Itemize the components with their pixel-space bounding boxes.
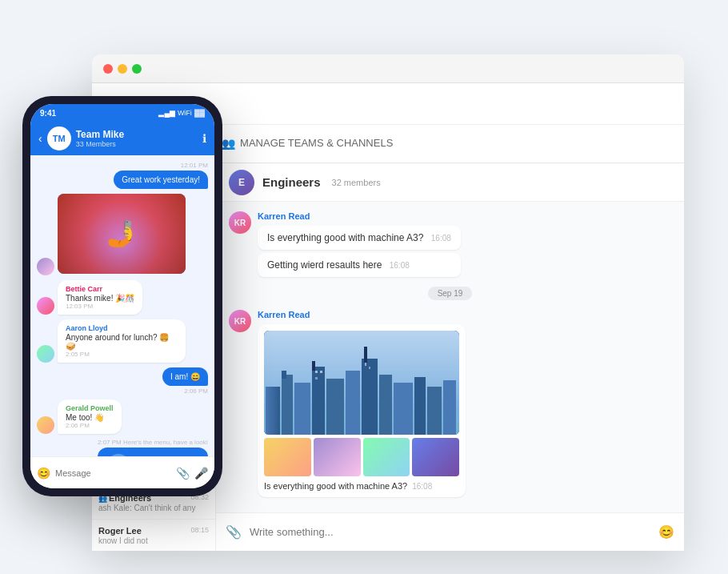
- phone-message-row-file: 2:07 PM Here's the menu, have a look! ⬇ …: [37, 439, 208, 456]
- phone-message-time: 12:03 PM: [66, 303, 134, 310]
- phone-avatar: TM: [47, 126, 71, 151]
- phone-message-row: 12:01 PM Great work yesterday!: [37, 162, 208, 189]
- browser-titlebar: [92, 54, 684, 83]
- phone-sender-name: Bettie Carr: [66, 285, 134, 293]
- message-input[interactable]: [250, 526, 650, 538]
- message-bubble-group: Karren Read: [258, 310, 466, 497]
- photo-thumb: [314, 438, 361, 476]
- message-bubble-group: Karren Read Is everything good with mach…: [258, 211, 461, 277]
- conversation-title: Engineers: [262, 175, 321, 189]
- date-divider-text: Sep 19: [428, 287, 473, 300]
- svg-rect-17: [315, 371, 318, 373]
- phone-message-time: 2:06 PM: [66, 422, 114, 429]
- phone-message-input[interactable]: [55, 468, 171, 478]
- group-photo-img: [58, 194, 186, 274]
- photo-thumb: [363, 438, 410, 476]
- message-sender: Karren Read: [258, 211, 461, 221]
- message-row-photo: KR Karren Read: [229, 310, 671, 497]
- conversation-avatar: E: [229, 170, 254, 195]
- mobile-phone: 9:41 ▂▄▆ WiFi ▓▓ ‹ TM Team Mike 33 Membe…: [22, 96, 222, 496]
- phone-message-avatar: [37, 416, 54, 434]
- photo-time: 16:08: [412, 482, 432, 491]
- phone-photo-bubble: [58, 194, 186, 275]
- chat-item-preview: ash Kale: Can't think of any: [98, 504, 209, 512]
- battery-icon: ▓▓: [194, 109, 205, 117]
- wifi-icon: WiFi: [178, 109, 192, 117]
- message-bubble: Getting wierd resaults here 16:08: [258, 253, 461, 277]
- minimize-button[interactable]: [118, 64, 127, 74]
- svg-rect-2: [266, 387, 280, 435]
- phone-messages: 12:01 PM Great work yesterday! Bettie Ca…: [30, 155, 214, 456]
- svg-rect-5: [294, 383, 310, 435]
- photo-message: Is everything good with machine A3? 16:0…: [258, 324, 466, 497]
- message-row: KR Karren Read Is everything good with m…: [229, 211, 671, 277]
- message-text: Getting wierd resaults here: [267, 259, 382, 271]
- photo-thumb: [264, 438, 311, 476]
- phone-message-group: 12:01 PM Great work yesterday!: [114, 162, 208, 189]
- message-time: 16:08: [431, 234, 451, 243]
- phone-bubble: Bettie Carr Thanks mike! 🎉🎊 12:03 PM: [58, 280, 142, 315]
- message-bubble: Is everything good with machine A3? 16:0…: [258, 226, 461, 250]
- back-button[interactable]: ‹: [38, 132, 42, 145]
- phone-chat-header: ‹ TM Team Mike 33 Members ℹ: [30, 122, 214, 155]
- svg-rect-7: [312, 361, 315, 371]
- conversation-members: 32 members: [332, 178, 381, 187]
- svg-rect-21: [369, 367, 370, 369]
- emoji-icon[interactable]: 😊: [658, 524, 674, 540]
- maximize-button[interactable]: [132, 64, 142, 74]
- svg-rect-3: [282, 375, 293, 435]
- svg-rect-19: [315, 377, 318, 379]
- phone-message-caption: 2:07 PM Here's the menu, have a look!: [98, 439, 208, 446]
- info-icon[interactable]: ℹ: [202, 132, 206, 145]
- phone-bubble: Aaron Lloyd Anyone around for lunch? 🍔🥪 …: [58, 319, 186, 363]
- phone-message-group: I am! 😄 2:06 PM: [162, 367, 208, 395]
- conversation-panel: E Engineers 32 members KR Karren Read Is…: [216, 163, 684, 551]
- svg-rect-18: [320, 371, 322, 373]
- phone-message-row: Gerald Powell Me too! 👋 2:06 PM: [37, 399, 208, 434]
- svg-rect-13: [394, 383, 413, 435]
- teams-icon: 👥: [222, 137, 235, 150]
- phone-message-avatar: [37, 345, 54, 363]
- phone-members-count: 33 Members: [76, 140, 198, 148]
- svg-rect-9: [346, 371, 360, 435]
- skyline-svg: [264, 331, 459, 435]
- message-avatar: KR: [229, 310, 251, 332]
- photo-thumbs: [264, 438, 459, 476]
- close-button[interactable]: [103, 64, 113, 74]
- phone-status-icons: ▂▄▆ WiFi ▓▓: [158, 109, 205, 117]
- phone-bubble: I am! 😄: [162, 367, 208, 386]
- svg-rect-16: [443, 380, 456, 435]
- phone-input-bar: 😊 📎 🎤: [30, 456, 214, 488]
- attachment-icon[interactable]: 📎: [226, 524, 242, 540]
- photo-thumb: [412, 438, 459, 476]
- conversation-header: E Engineers 32 members: [216, 163, 684, 202]
- phone-message-row: Aaron Lloyd Anyone around for lunch? 🍔🥪 …: [37, 319, 208, 363]
- photo-main: [264, 331, 459, 435]
- tab-manage-teams[interactable]: 👥 MANAGE TEAMS & CHANNELS: [196, 125, 418, 163]
- phone-message-avatar: [37, 297, 54, 315]
- phone-message-time: 2:06 PM: [162, 387, 208, 395]
- phone-attachment-icon[interactable]: 📎: [176, 467, 190, 480]
- svg-rect-14: [414, 377, 426, 435]
- messages-area: KR Karren Read Is everything good with m…: [216, 202, 684, 512]
- photo-caption: Is everything good with machine A3?: [264, 481, 407, 491]
- phone-bubble: Gerald Powell Me too! 👋 2:06 PM: [58, 399, 122, 434]
- svg-rect-12: [379, 375, 392, 435]
- phone-message-row: I am! 😄 2:06 PM: [37, 367, 208, 395]
- signal-icon: ▂▄▆: [158, 109, 174, 117]
- svg-rect-11: [364, 347, 367, 363]
- phone-message-time: 2:05 PM: [66, 351, 178, 358]
- phone-message-row: Bettie Carr Thanks mike! 🎉🎊 12:03 PM: [37, 280, 208, 315]
- phone-message-avatar: [37, 258, 54, 275]
- message-text: Is everything good with machine A3?: [267, 232, 423, 243]
- phone-message-group: 2:07 PM Here's the menu, have a look! ⬇ …: [98, 439, 208, 456]
- svg-rect-4: [282, 371, 286, 379]
- svg-rect-10: [362, 359, 378, 435]
- svg-rect-6: [312, 367, 325, 435]
- chat-item-roger-lee[interactable]: Roger Lee know I did not 08:15: [92, 520, 215, 551]
- phone-message-time: 12:01 PM: [114, 162, 208, 169]
- phone-mic-icon[interactable]: 🎤: [194, 467, 208, 480]
- phone-file-bubble: ⬇ New Menu.PDF 328 Kb: [98, 448, 208, 456]
- phone-status-bar: 9:41 ▂▄▆ WiFi ▓▓: [30, 104, 214, 122]
- phone-emoji-icon[interactable]: 😊: [37, 467, 50, 480]
